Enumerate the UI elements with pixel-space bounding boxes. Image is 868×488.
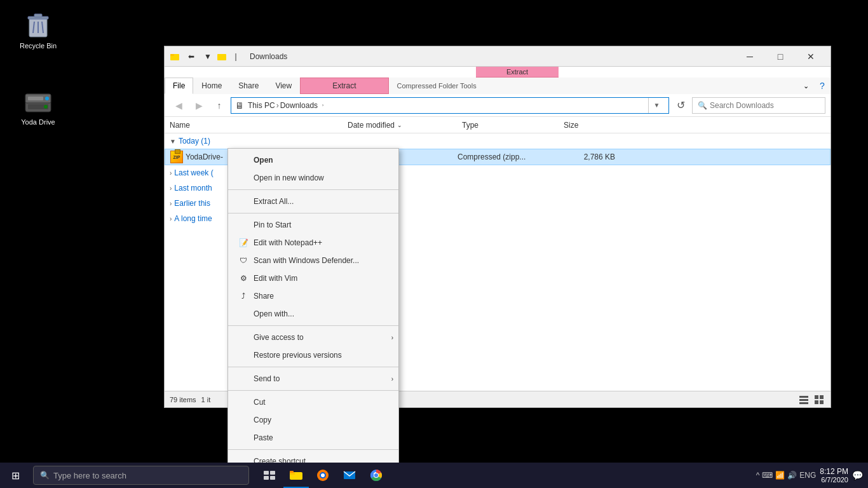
svg-rect-2	[34, 14, 42, 17]
tray-keyboard: ⌨	[762, 471, 773, 480]
clock-time: 8:12 PM	[820, 467, 848, 476]
recycle-bin-label: Recycle Bin	[20, 42, 57, 50]
svg-rect-25	[264, 476, 269, 480]
clock-date: 6/7/2020	[820, 476, 848, 484]
svg-point-12	[44, 105, 48, 109]
taskbar-file-explorer[interactable]	[283, 463, 309, 488]
svg-rect-18	[799, 402, 808, 404]
minimize-button[interactable]: ─	[735, 47, 764, 66]
ctx-item-paste[interactable]: Paste	[228, 429, 398, 447]
col-name[interactable]: Name	[170, 121, 348, 130]
recycle-bin-icon[interactable]: Recycle Bin	[13, 6, 64, 52]
group-longtime-label: A long time	[174, 214, 212, 223]
ctx-separator	[228, 367, 398, 367]
svg-rect-24	[270, 471, 275, 475]
col-size[interactable]: Size	[564, 121, 627, 130]
ctx-item-cut[interactable]: Cut	[228, 393, 398, 411]
notification-btn[interactable]: 💬	[852, 470, 863, 480]
taskbar-task-view[interactable]	[257, 463, 282, 488]
ctx-item-pin-to-start[interactable]: Pin to Start	[228, 216, 398, 234]
ctx-icon-edit-notepad: 📝	[238, 238, 248, 248]
ctx-label-share: Share	[254, 292, 274, 301]
ctx-separator	[228, 449, 398, 450]
col-date-modified[interactable]: Date modified ⌄	[348, 121, 462, 130]
file-zip-icon: ZIP	[170, 151, 183, 163]
refresh-button[interactable]: ↺	[672, 97, 689, 114]
qat-down-btn[interactable]: ▼	[200, 50, 215, 63]
ribbon: Extract File Home Share View Extract	[165, 67, 831, 94]
sys-tray: ^ ⌨ 📶 🔊 ENG	[756, 471, 817, 480]
ctx-item-edit-notepad[interactable]: 📝Edit with Notepad++	[228, 234, 398, 252]
svg-rect-17	[799, 399, 808, 401]
ctx-item-open[interactable]: Open	[228, 151, 398, 169]
taskbar-icons	[257, 463, 389, 488]
svg-rect-29	[290, 471, 294, 473]
tab-compressed-tools[interactable]: Compressed Folder Tools	[389, 78, 485, 94]
ctx-item-open-with[interactable]: Open with...	[228, 305, 398, 323]
ctx-label-give-access: Give access to	[254, 333, 304, 342]
yoda-drive-icon[interactable]: Yoda Drive	[13, 83, 64, 128]
ctx-item-scan-defender[interactable]: 🛡Scan with Windows Defender...	[228, 252, 398, 269]
search-bar[interactable]: 🔍	[692, 97, 825, 114]
ctx-label-scan-defender: Scan with Windows Defender...	[254, 256, 359, 265]
status-right	[797, 393, 825, 406]
ctx-item-edit-vim[interactable]: ⚙Edit with Vim	[228, 269, 398, 287]
back-button[interactable]: ◀	[170, 97, 187, 114]
context-menu: OpenOpen in new windowExtract All...Pin …	[227, 148, 399, 488]
ctx-item-share[interactable]: ⤴Share	[228, 287, 398, 305]
large-icons-view-btn[interactable]	[813, 393, 825, 406]
ctx-label-edit-notepad: Edit with Notepad++	[254, 238, 322, 247]
ctx-label-pin-to-start: Pin to Start	[254, 220, 291, 229]
tray-expand[interactable]: ^	[756, 471, 760, 480]
address-dropdown-btn[interactable]: ▼	[648, 98, 665, 113]
tab-view[interactable]: View	[267, 78, 300, 94]
taskbar-mail[interactable]	[337, 463, 362, 488]
status-info: 79 items 1 it	[170, 396, 210, 403]
qat-back-btn[interactable]: ⬅	[184, 50, 199, 63]
tray-volume: 🔊	[787, 471, 797, 480]
ctx-item-copy[interactable]: Copy	[228, 411, 398, 429]
start-button[interactable]: ⊞	[0, 463, 31, 488]
group-earlier-arrow: ›	[170, 200, 172, 207]
maximize-button[interactable]: □	[766, 47, 795, 66]
ctx-label-send-to: Send to	[254, 374, 280, 383]
taskbar-clock[interactable]: 8:12 PM 6/7/2020	[820, 467, 848, 484]
help-btn[interactable]: ?	[814, 78, 831, 94]
search-input[interactable]	[710, 101, 820, 110]
svg-rect-23	[264, 471, 269, 475]
ctx-label-paste: Paste	[254, 433, 273, 442]
forward-button[interactable]: ▶	[190, 97, 208, 114]
close-button[interactable]: ✕	[796, 47, 825, 66]
ribbon-expand-btn[interactable]: ⌄	[797, 78, 814, 94]
taskbar-search-bar[interactable]: 🔍 Type here to search	[33, 466, 249, 485]
tab-share[interactable]: Share	[230, 78, 267, 94]
ctx-item-open-new-window[interactable]: Open in new window	[228, 169, 398, 187]
address-end-chevron[interactable]: ›	[318, 98, 328, 113]
ctx-label-open-new-window: Open in new window	[254, 173, 324, 182]
svg-rect-16	[799, 396, 808, 398]
ctx-item-send-to[interactable]: Send to›	[228, 370, 398, 388]
ctx-item-give-access[interactable]: Give access to›	[228, 329, 398, 346]
ctx-label-open: Open	[254, 156, 273, 165]
qat-folder-btn[interactable]	[217, 51, 227, 62]
ctx-submenu-arrow-send-to: ›	[391, 376, 393, 383]
col-type[interactable]: Type	[462, 121, 564, 130]
qat-customize-btn[interactable]: |	[228, 50, 243, 63]
ctx-item-extract-all[interactable]: Extract All...	[228, 193, 398, 210]
group-today[interactable]: ▼ Today (1)	[165, 133, 831, 149]
details-view-btn[interactable]	[797, 393, 810, 406]
taskbar-chrome[interactable]	[363, 463, 389, 488]
up-button[interactable]: ↑	[210, 97, 228, 114]
ctx-item-restore-prev[interactable]: Restore previous versions	[228, 346, 398, 364]
address-pc-icon: 🖥	[235, 100, 244, 111]
folder-icon	[170, 51, 180, 62]
tab-home[interactable]: Home	[193, 78, 230, 94]
taskbar-firefox[interactable]	[310, 463, 336, 488]
address-bar[interactable]: 🖥 This PC › Downloads › ▼	[231, 97, 669, 114]
tab-file[interactable]: File	[165, 78, 193, 94]
svg-rect-14	[170, 54, 174, 56]
group-last-month-arrow: ›	[170, 185, 172, 192]
tab-extract[interactable]: Extract	[300, 78, 388, 94]
ctx-label-restore-prev: Restore previous versions	[254, 351, 342, 360]
address-sep1: ›	[276, 101, 279, 110]
